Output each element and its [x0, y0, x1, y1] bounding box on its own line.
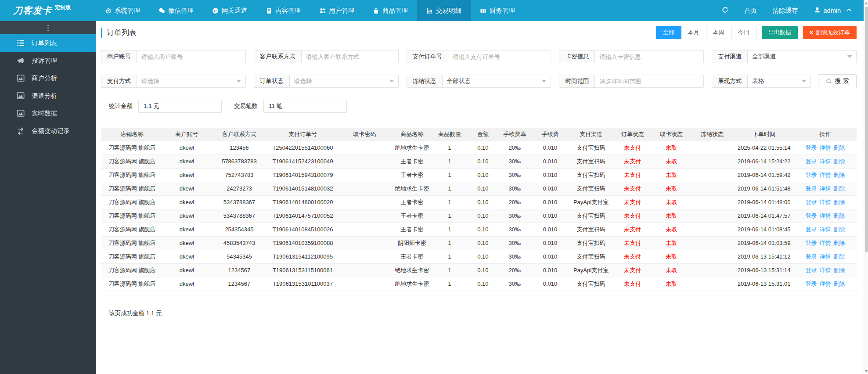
detail-link[interactable]: 详情 [820, 172, 831, 178]
cell-fee: 0.010 [531, 236, 569, 250]
nav-item-wechat[interactable]: 微信管理 [149, 0, 203, 21]
cell-card-status: 未取 [652, 250, 690, 263]
login-link[interactable]: 登录 [806, 253, 817, 260]
login-link[interactable]: 登录 [806, 267, 817, 273]
delete-link[interactable]: 删除 [834, 199, 845, 205]
sidebar-item-channel-analysis[interactable]: 渠道分析 [0, 87, 96, 104]
cell-card-pwd [338, 263, 392, 277]
cell-card-pwd [338, 168, 392, 182]
cell-order-no: T250422015514100060 [268, 141, 337, 155]
login-link[interactable]: 登录 [806, 240, 817, 246]
cell-time: 2019-06-14 15:24:22 [734, 155, 794, 168]
total-amount-value[interactable]: 1.1 元 [138, 100, 222, 113]
detail-link[interactable]: 详情 [820, 212, 831, 219]
login-link[interactable]: 登录 [806, 212, 817, 219]
delete-link[interactable]: 删除 [834, 158, 845, 165]
scrollbar-thumb[interactable] [865, 7, 868, 252]
delete-link[interactable]: 删除 [834, 240, 845, 246]
sidebar-collapse-toggle[interactable] [0, 21, 96, 34]
nav-item-label: 内容管理 [275, 7, 301, 15]
filter-display-mode-select[interactable]: 表格 [748, 75, 810, 87]
range-button-week[interactable]: 本周 [706, 26, 731, 39]
scroll-down-arrow-icon[interactable] [864, 368, 868, 374]
sidebar-item-merchant-analysis[interactable]: 商户分析 [0, 69, 96, 87]
detail-link[interactable]: 详情 [820, 144, 831, 151]
cell-fee: 0.010 [531, 195, 569, 209]
login-link[interactable]: 登录 [806, 226, 817, 233]
nav-item-trades[interactable]: 交易明细 [417, 0, 471, 21]
login-link[interactable]: 登录 [806, 185, 817, 192]
delete-link[interactable]: 删除 [834, 212, 845, 219]
delete-link[interactable]: 删除 [834, 253, 845, 260]
login-link[interactable]: 登录 [806, 280, 817, 287]
delete-link[interactable]: 删除 [834, 226, 845, 233]
nav-item-system[interactable]: 系统管理 [96, 0, 149, 21]
nav-item-gateway[interactable]: P网关通道 [203, 0, 256, 21]
login-link[interactable]: 登录 [806, 172, 817, 178]
nav-home-link[interactable]: 首页 [736, 0, 765, 21]
cell-product: 绝地求生卡密 [392, 182, 432, 195]
sidebar-item-realtime-data[interactable]: 实时数据 [0, 104, 96, 122]
sidebar-item-order-list[interactable]: 订单列表 [0, 34, 96, 52]
filter-pay-method-select[interactable]: 请选择 [137, 75, 245, 87]
detail-link[interactable]: 详情 [820, 267, 831, 273]
detail-link[interactable]: 详情 [820, 199, 831, 205]
filter-pay-channel-select[interactable]: 全部渠道 [748, 50, 856, 63]
filter-pay-method: 支付方式请选择 [101, 75, 246, 88]
filter-freeze-status-select[interactable]: 全部状态 [443, 75, 551, 87]
delete-link[interactable]: 删除 [834, 185, 845, 192]
detail-link[interactable]: 详情 [820, 240, 831, 246]
nav-item-finance[interactable]: 财务管理 [471, 0, 524, 21]
delete-invalid-orders-button[interactable]: × 删除无效订单 [803, 26, 857, 39]
refresh-button[interactable] [714, 0, 736, 21]
cell-amount: 0.10 [468, 223, 499, 236]
users-icon [319, 7, 326, 14]
cell-order-no: T190613153101100037 [268, 277, 337, 291]
range-button-all[interactable]: 全部 [656, 26, 681, 39]
cell-time: 2025-04-22 01:55:14 [734, 141, 794, 155]
scroll-up-arrow-icon[interactable] [864, 0, 868, 6]
delete-link[interactable]: 删除 [834, 144, 845, 151]
cell-fee: 0.010 [531, 209, 569, 223]
filter-pay-order-no-input[interactable] [448, 50, 551, 63]
sidebar-item-complaints[interactable]: 投诉管理 [0, 52, 96, 69]
cell-order-status: 未支付 [612, 168, 652, 182]
search-button[interactable]: 搜 索 [818, 74, 857, 88]
export-data-button[interactable]: 导出数据 [762, 26, 798, 39]
filter-order-status-select[interactable]: 请选择 [290, 75, 398, 87]
filter-merchant-account-input[interactable] [137, 50, 245, 63]
vertical-scrollbar[interactable] [864, 0, 868, 374]
detail-link[interactable]: 详情 [820, 253, 831, 260]
delete-link[interactable]: 删除 [834, 267, 845, 273]
detail-link[interactable]: 详情 [820, 185, 831, 192]
column-header: 商品名称 [392, 128, 432, 141]
cell-order-no: T190613153115100061 [268, 263, 337, 277]
nav-item-users[interactable]: 用户管理 [310, 0, 364, 21]
login-link[interactable]: 登录 [806, 144, 817, 151]
cell-qty: 1 [432, 182, 468, 195]
trade-count-value[interactable]: 11 笔 [263, 100, 347, 113]
detail-link[interactable]: 详情 [820, 158, 831, 165]
range-button-today[interactable]: 今日 [731, 26, 756, 39]
filter-customer-contact-input[interactable] [302, 50, 398, 63]
clear-cache-link[interactable]: 清除缓存 [765, 0, 806, 21]
nav-item-goods[interactable]: 商品管理 [364, 0, 417, 21]
detail-link[interactable]: 详情 [820, 280, 831, 287]
cell-time: 2019-06-13 15:31:01 [734, 277, 794, 291]
filter-card-info-input[interactable] [595, 50, 703, 63]
cell-product: 阴阳师卡密 [392, 236, 432, 250]
login-link[interactable]: 登录 [806, 199, 817, 205]
wechat-icon [158, 7, 165, 14]
filter-time-range-input[interactable] [595, 75, 703, 87]
sidebar-item-balance-log[interactable]: 金额变动记录 [0, 122, 96, 140]
filter-row-1: 商户账号客户联系方式支付订单号卡密信息支付渠道全部渠道 [101, 50, 857, 63]
nav-item-content[interactable]: 内容管理 [256, 0, 310, 21]
range-button-month[interactable]: 本月 [681, 26, 706, 39]
sidebar-item-label: 渠道分析 [32, 92, 57, 100]
delete-link[interactable]: 删除 [834, 280, 845, 287]
cell-fee: 0.010 [531, 182, 569, 195]
detail-link[interactable]: 详情 [820, 226, 831, 233]
delete-link[interactable]: 删除 [834, 172, 845, 178]
login-link[interactable]: 登录 [806, 158, 817, 165]
user-menu[interactable]: admin [806, 0, 861, 21]
